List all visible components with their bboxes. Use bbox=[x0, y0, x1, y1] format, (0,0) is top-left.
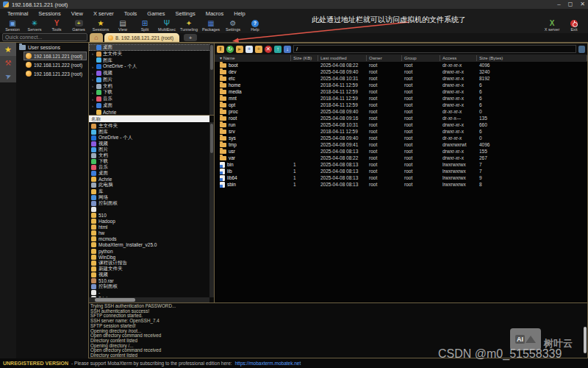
refresh-icon[interactable]: ↻ bbox=[226, 46, 234, 53]
file-row[interactable]: mnt2018-04-11 12:59rootrootdrwxr-xr-x6 bbox=[215, 95, 587, 102]
menu-item-macros[interactable]: Macros bbox=[201, 10, 229, 17]
tools-panel-button[interactable]: ⚒ bbox=[0, 56, 16, 69]
parent-dir-icon[interactable]: ⬆ bbox=[217, 46, 224, 53]
download-icon[interactable]: ↓ bbox=[284, 46, 291, 53]
tree-item[interactable]: Achrie bbox=[89, 109, 214, 116]
quick-connect-input[interactable] bbox=[2, 33, 87, 41]
home-dir-icon[interactable]: ▸ bbox=[236, 46, 243, 53]
list-item[interactable]: 桌面 bbox=[89, 171, 214, 177]
minimize-icon[interactable]: – bbox=[557, 1, 560, 8]
list-item[interactable]: MobaXterm_Installer_v25.0 bbox=[89, 242, 214, 248]
log-scrollbar[interactable] bbox=[584, 327, 587, 353]
tunneling-button[interactable]: ✦Tunneling bbox=[178, 18, 200, 33]
list-item[interactable]: html bbox=[89, 224, 214, 230]
tree-item[interactable]: 桌面 bbox=[89, 44, 214, 51]
menu-item-view[interactable]: View bbox=[67, 10, 87, 17]
tree-vertical-scrollbar[interactable] bbox=[209, 43, 214, 115]
upload-icon[interactable]: ↑ bbox=[274, 46, 282, 53]
column-header-size-bytes-[interactable]: Size (Bytes) bbox=[477, 55, 587, 61]
tree-item[interactable]: ›OneDrive - 个人 bbox=[89, 63, 214, 70]
menu-item-settings[interactable]: Settings bbox=[171, 10, 200, 17]
path-go-button[interactable] bbox=[578, 46, 585, 53]
tree-item[interactable]: ›视频 bbox=[89, 70, 214, 77]
file-row[interactable]: lib12025-04-08 08:13rootrootlrwxrwxrwx7 bbox=[215, 168, 587, 174]
column-header-group[interactable]: Group bbox=[402, 55, 440, 61]
view-button[interactable]: ▤View bbox=[112, 18, 134, 33]
list-item[interactable]: 此电脑 bbox=[89, 183, 214, 188]
column-header-size-kb-[interactable]: Size (KB) bbox=[291, 55, 318, 61]
file-row[interactable]: tmp2025-04-08 09:41rootrootdrwxrwxrwt409… bbox=[215, 141, 587, 148]
chevron-right-icon[interactable]: › bbox=[90, 97, 95, 102]
chevron-right-icon[interactable]: › bbox=[90, 77, 95, 82]
tree-item[interactable]: ›下载 bbox=[89, 90, 214, 96]
file-row[interactable]: etc2025-04-08 10:31rootrootdrwxr-xr-x819… bbox=[215, 75, 587, 82]
file-row[interactable]: bin12025-04-08 08:13rootrootlrwxrwxrwx7 bbox=[215, 161, 587, 168]
tools-button[interactable]: YTools bbox=[46, 18, 68, 33]
list-item[interactable]: 视频 bbox=[89, 272, 214, 277]
menu-item-tools[interactable]: Tools bbox=[120, 10, 142, 17]
help-button[interactable]: ?Help bbox=[244, 18, 266, 33]
menu-item-terminal[interactable]: Terminal bbox=[3, 10, 32, 17]
tree-item[interactable]: ›音乐 bbox=[89, 96, 214, 102]
close-icon[interactable]: ✕ bbox=[580, 1, 585, 8]
session-item[interactable]: 192.168.121.222 (root) bbox=[24, 60, 87, 69]
list-item[interactable]: Hadoop bbox=[89, 219, 214, 224]
session-item[interactable]: 192.168.121.221 (root) bbox=[24, 52, 87, 60]
user-sessions-header[interactable]: User sessions bbox=[16, 44, 88, 52]
new-tab-button[interactable]: + bbox=[184, 34, 197, 41]
menu-item-games[interactable]: Games bbox=[143, 10, 169, 17]
servers-button[interactable]: ✳Servers bbox=[24, 18, 46, 33]
new-file-icon[interactable]: + bbox=[245, 46, 253, 53]
new-folder-icon[interactable]: + bbox=[255, 46, 262, 53]
chevron-right-icon[interactable]: › bbox=[90, 65, 95, 69]
session-button[interactable]: ▣Session bbox=[1, 18, 24, 33]
list-item[interactable]: 控制面板 bbox=[89, 200, 214, 206]
chevron-right-icon[interactable]: › bbox=[90, 71, 95, 76]
file-row[interactable]: dev2025-04-08 09:40rootrootdrwxr-xr-x324… bbox=[215, 68, 587, 75]
file-row[interactable]: var2025-04-08 08:22rootrootdrwxr-xr-x267 bbox=[215, 155, 587, 161]
exit-button[interactable]: Exit bbox=[563, 18, 585, 33]
file-row[interactable]: opt2018-04-11 12:59rootrootdrwxr-xr-x6 bbox=[215, 102, 587, 108]
maximize-icon[interactable]: ◻ bbox=[568, 1, 573, 8]
file-row[interactable]: root2025-04-08 09:16rootrootdr-xr-x---13… bbox=[215, 115, 587, 121]
file-row[interactable]: sbin12025-04-08 08:13rootrootlrwxrwxrwx8 bbox=[215, 181, 587, 188]
split-button[interactable]: ⊞Split bbox=[134, 18, 156, 33]
list-item[interactable]: hw bbox=[89, 230, 214, 236]
session-item[interactable]: 192.168.121.223 (root) bbox=[24, 69, 87, 78]
tree-item[interactable]: ›桌面 bbox=[89, 102, 214, 109]
tree-item[interactable]: ›主文件夹 bbox=[89, 51, 214, 57]
menu-item-help[interactable]: Help bbox=[229, 10, 249, 17]
file-row[interactable]: media2018-04-11 12:59rootrootdrwxr-xr-x6 bbox=[215, 88, 587, 95]
chevron-right-icon[interactable]: › bbox=[90, 52, 95, 56]
x-server-button[interactable]: XX server bbox=[541, 18, 563, 33]
tree-item[interactable]: ›文档 bbox=[89, 83, 214, 90]
chevron-right-icon[interactable]: › bbox=[90, 91, 95, 95]
sessions-panel-button[interactable]: ★ bbox=[0, 43, 16, 56]
list-horizontal-scrollbar[interactable] bbox=[89, 297, 209, 302]
menu-item-x-server[interactable]: X server bbox=[89, 10, 118, 17]
file-row[interactable]: proc2025-04-08 09:40rootrootdr-xr-xr-x0 bbox=[215, 108, 587, 115]
list-item[interactable] bbox=[89, 206, 214, 212]
file-row[interactable]: usr2025-04-08 08:13rootrootdrwxr-xr-x155 bbox=[215, 148, 587, 155]
list-item[interactable]: 510 bbox=[89, 212, 214, 218]
file-row[interactable]: sys2025-04-08 09:40rootrootdr-xr-xr-x0 bbox=[215, 135, 587, 141]
mobatek-link[interactable]: https://mobaxterm.mobatek.net bbox=[235, 361, 301, 366]
chevron-right-icon[interactable]: › bbox=[90, 104, 95, 108]
list-item[interactable]: - bbox=[89, 290, 214, 296]
macros-panel-button[interactable]: ➤ bbox=[0, 69, 16, 82]
file-row[interactable]: lib6412025-04-08 08:13rootrootlrwxrwxrwx… bbox=[215, 174, 587, 181]
file-row[interactable]: srv2018-04-11 12:59rootrootdrwxr-xr-x6 bbox=[215, 128, 587, 135]
column-header-name[interactable]: ▾ Name bbox=[218, 55, 291, 61]
tree-item[interactable]: ›图片 bbox=[89, 77, 214, 83]
games-button[interactable]: +Games bbox=[68, 18, 90, 33]
multiexec-button[interactable]: ΨMultiExec bbox=[156, 18, 178, 33]
file-row[interactable]: home2018-04-11 12:59rootrootdrwxr-xr-x6 bbox=[215, 82, 587, 88]
path-address-bar[interactable] bbox=[293, 45, 576, 53]
packages-button[interactable]: ▦Packages bbox=[200, 18, 222, 33]
tab-home[interactable]: ⌂ bbox=[90, 33, 103, 42]
list-item[interactable]: 控制面板 bbox=[89, 284, 214, 290]
chevron-right-icon[interactable]: › bbox=[90, 84, 95, 88]
name-column-header[interactable]: 名称 bbox=[89, 116, 209, 122]
file-row[interactable]: boot2025-04-08 08:22rootrootdr-xr-xr-x40… bbox=[215, 62, 587, 68]
file-row[interactable]: run2025-04-08 10:31rootrootdrwxr-xr-x660 bbox=[215, 121, 587, 128]
